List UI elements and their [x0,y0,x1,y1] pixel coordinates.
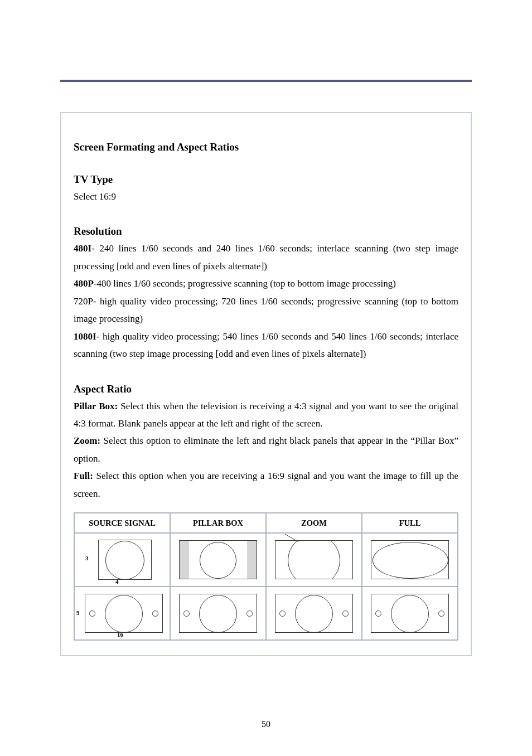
table-header-full: FULL [362,513,458,533]
aspect-pillar: Pillar Box: Select this when the televis… [74,398,458,433]
aspect-full: Full: Select this option when you are re… [74,467,458,502]
dim-label-4: 4 [115,578,119,585]
diagram-4x3-source: 3 4 [75,534,170,586]
dim-label-9: 9 [76,609,80,616]
text-zoom: Select this option to eliminate the left… [74,435,458,463]
diagram-4x3-zoom [267,534,361,586]
diagram-16x9-full [362,587,457,639]
label-1080i: 1080I [74,331,96,342]
table-cell-zoom-16x9 [266,587,362,640]
label-zoom: Zoom: [74,435,100,446]
resolution-480p: 480P-480 lines 1/60 seconds; progressive… [74,275,458,292]
table-header-pillar: PILLAR BOX [170,513,266,533]
table-cell-pillar-16x9 [170,587,266,640]
table-cell-source-16x9: 9 16 [74,587,170,640]
diagram-16x9-source: 9 16 [75,587,170,639]
document-page: Screen Formating and Aspect Ratios TV Ty… [0,0,532,756]
content-frame: Screen Formating and Aspect Ratios TV Ty… [60,112,472,656]
table-cell-full-4x3 [362,533,458,587]
text-pillar: Select this when the television is recei… [74,401,458,429]
label-full: Full: [74,471,93,481]
dim-label-16: 16 [117,631,123,638]
resolution-1080i: 1080I- high quality video processing; 54… [74,328,458,363]
label-480i: 480I [74,243,91,254]
text-480i: - 240 lines 1/60 seconds and 240 lines 1… [74,243,458,271]
label-pillar: Pillar Box: [74,401,118,411]
diagram-16x9-zoom [267,587,361,639]
text-480p: -480 lines 1/60 seconds; progressive sca… [94,278,396,289]
table-header-source: SOURCE SIGNAL [74,513,170,533]
aspect-zoom: Zoom: Select this option to eliminate th… [74,432,458,467]
table-cell-full-16x9 [362,587,458,640]
tv-type-heading: TV Type [74,173,458,186]
resolution-720p: 720P- high quality video processing; 720… [74,293,458,328]
table-cell-zoom-4x3 [266,533,362,587]
header-rule [60,80,472,82]
table-cell-pillar-4x3 [170,533,266,587]
diagram-16x9-pillar [171,587,265,639]
aspect-ratio-heading: Aspect Ratio [74,383,458,395]
table-header-zoom: ZOOM [266,513,362,533]
aspect-ratio-table: SOURCE SIGNAL PILLAR BOX ZOOM FULL 3 4 [74,512,458,641]
resolution-480i: 480I- 240 lines 1/60 seconds and 240 lin… [74,240,458,275]
tv-type-block: TV Type Select 16:9 [74,173,458,205]
diagram-4x3-pillar [171,534,265,586]
page-number: 50 [0,719,532,729]
section-title: Screen Formating and Aspect Ratios [74,141,458,153]
tv-type-text: Select 16:9 [74,188,458,205]
text-1080i: - high quality video processing; 540 lin… [74,331,458,359]
aspect-ratio-block: Aspect Ratio Pillar Box: Select this whe… [74,383,458,503]
text-full: Select this option when you are receivin… [74,471,458,498]
svg-line-0 [285,534,298,542]
table-cell-source-4x3: 3 4 [74,533,170,587]
zoom-crop-lines-icon [275,535,353,585]
resolution-block: Resolution 480I- 240 lines 1/60 seconds … [74,225,458,362]
dim-label-3: 3 [85,555,89,561]
diagram-4x3-full [362,534,457,586]
label-480p: 480P [74,278,94,289]
resolution-heading: Resolution [74,225,458,238]
